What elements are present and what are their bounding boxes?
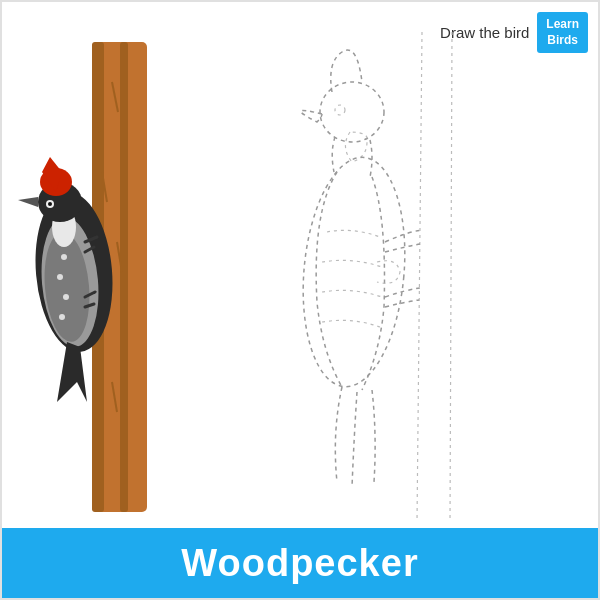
svg-point-27 bbox=[59, 314, 65, 320]
bird-name: Woodpecker bbox=[181, 542, 418, 585]
svg-point-31 bbox=[335, 105, 345, 115]
dotted-bird-outline: .dashed { fill: none; stroke: #999; stro… bbox=[222, 32, 572, 522]
svg-rect-2 bbox=[120, 42, 128, 512]
svg-point-32 bbox=[294, 153, 414, 391]
svg-point-25 bbox=[57, 274, 63, 280]
svg-marker-16 bbox=[18, 197, 38, 207]
svg-point-24 bbox=[61, 254, 67, 260]
svg-point-26 bbox=[63, 294, 69, 300]
svg-point-18 bbox=[48, 202, 52, 206]
svg-line-28 bbox=[417, 32, 422, 522]
colored-bird-illustration bbox=[12, 42, 212, 522]
bottom-banner: Woodpecker bbox=[2, 528, 598, 598]
svg-point-30 bbox=[320, 82, 384, 142]
svg-line-29 bbox=[450, 32, 452, 522]
page: Draw the bird Learn Birds bbox=[0, 0, 600, 600]
